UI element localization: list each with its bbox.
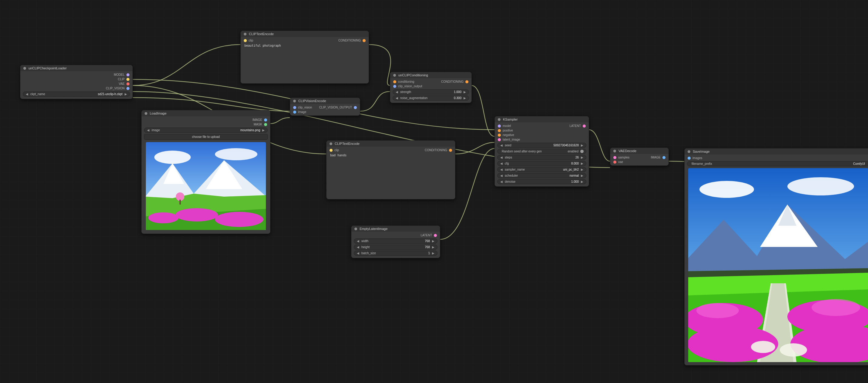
collapse-icon[interactable] — [330, 142, 332, 145]
prev-icon[interactable]: ◀ — [147, 128, 150, 132]
output-clip[interactable]: CLIP — [118, 77, 129, 81]
node-clip-text-encode-positive[interactable]: CLIPTextEncode clip CONDITIONING beautif… — [241, 31, 369, 84]
prev-icon[interactable]: ◀ — [356, 240, 360, 243]
next-icon[interactable]: ▶ — [432, 240, 435, 243]
scheduler-control[interactable]: ◀ scheduler normal ▶ — [497, 173, 586, 178]
node-titlebar[interactable]: CLIPVisionEncode — [290, 98, 360, 104]
ckpt-name-selector[interactable]: ◀ ckpt_name sd21-unclip-h.ckpt ▶ — [23, 92, 130, 97]
collapse-icon[interactable] — [354, 228, 357, 230]
node-unclip-conditioning[interactable]: unCLIPConditioning conditioning CONDITIO… — [390, 72, 472, 103]
strength-control[interactable]: ◀ strength 1.000 ▶ — [393, 89, 469, 95]
next-icon[interactable]: ▶ — [581, 156, 584, 159]
node-titlebar[interactable]: unCLIPConditioning — [390, 72, 471, 78]
prev-icon[interactable]: ◀ — [356, 252, 360, 255]
output-clip-vision-output[interactable]: CLIP_VISION_OUTPUT — [319, 106, 357, 109]
output-conditioning[interactable]: CONDITIONING — [338, 39, 366, 42]
node-clip-text-encode-negative[interactable]: CLIPTextEncode clip CONDITIONING bad han… — [326, 140, 455, 199]
prev-icon[interactable]: ◀ — [500, 180, 503, 183]
output-image[interactable]: IMAGE — [252, 118, 267, 122]
output-conditioning[interactable]: CONDITIONING — [425, 149, 452, 152]
prev-icon[interactable]: ◀ — [500, 143, 503, 147]
node-titlebar[interactable]: KSampler — [495, 116, 589, 122]
denoise-control[interactable]: ◀ denoise 1.000 ▶ — [497, 179, 586, 184]
node-save-image[interactable]: SaveImage images filename_prefix ComfyUI — [684, 148, 868, 365]
collapse-icon[interactable] — [613, 150, 616, 152]
output-image[interactable]: IMAGE — [651, 156, 665, 159]
input-conditioning[interactable]: conditioning — [393, 80, 414, 83]
width-control[interactable]: ◀ width 768 ▶ — [354, 238, 437, 244]
steps-control[interactable]: ◀ steps 26 ▶ — [497, 155, 586, 160]
output-latent[interactable]: LATENT — [421, 234, 437, 237]
output-vae[interactable]: VAE — [119, 82, 129, 86]
output-model[interactable]: MODEL — [114, 73, 129, 76]
prev-icon[interactable]: ◀ — [26, 92, 29, 96]
input-negative[interactable]: negative — [498, 133, 514, 137]
node-titlebar[interactable]: CLIPTextEncode — [241, 31, 369, 37]
node-vae-decode[interactable]: VAEDecode samples IMAGE vae — [610, 148, 669, 166]
input-images[interactable]: images — [688, 156, 702, 160]
next-icon[interactable]: ▶ — [463, 90, 466, 94]
collapse-icon[interactable] — [244, 33, 247, 35]
next-icon[interactable]: ▶ — [463, 96, 466, 100]
next-icon[interactable]: ▶ — [581, 162, 584, 165]
prev-icon[interactable]: ◀ — [356, 246, 360, 249]
node-titlebar[interactable]: unCLIPCheckpointLoader — [20, 65, 132, 71]
input-model[interactable]: model — [498, 124, 511, 128]
collapse-icon[interactable] — [393, 74, 396, 77]
next-icon[interactable]: ▶ — [581, 168, 584, 171]
input-latent-image[interactable]: latent_image — [498, 138, 520, 141]
node-clip-vision-encode[interactable]: CLIPVisionEncode clip_vision CLIP_VISION… — [290, 98, 360, 116]
input-clip[interactable]: clip — [330, 149, 339, 152]
next-icon[interactable]: ▶ — [124, 92, 127, 96]
node-ksampler[interactable]: KSampler model LATENT positive negative … — [495, 116, 589, 187]
output-conditioning[interactable]: CONDITIONING — [441, 80, 468, 83]
height-control[interactable]: ◀ height 768 ▶ — [354, 245, 437, 250]
node-titlebar[interactable]: VAEDecode — [610, 148, 669, 154]
next-icon[interactable]: ▶ — [581, 180, 584, 183]
node-titlebar[interactable]: EmptyLatentImage — [351, 226, 440, 232]
input-positive[interactable]: positive — [498, 129, 513, 132]
input-image[interactable]: image — [293, 110, 306, 114]
collapse-icon[interactable] — [688, 150, 690, 153]
input-clip-vision[interactable]: clip_vision — [293, 106, 312, 109]
image-selector[interactable]: ◀ image mountains.png ▶ — [144, 128, 268, 133]
prev-icon[interactable]: ◀ — [500, 168, 503, 171]
batch-size-control[interactable]: ◀ batch_size 1 ▶ — [354, 251, 437, 256]
output-mask[interactable]: MASK — [254, 123, 267, 126]
input-samples[interactable]: samples — [613, 156, 629, 159]
node-unclip-checkpoint-loader[interactable]: unCLIPCheckpointLoader MODEL CLIP VAE CL… — [20, 65, 133, 99]
next-icon[interactable]: ▶ — [432, 246, 435, 249]
node-titlebar[interactable]: CLIPTextEncode — [327, 140, 455, 147]
upload-button[interactable]: choose file to upload — [144, 134, 268, 140]
node-empty-latent-image[interactable]: EmptyLatentImage LATENT ◀ width 768 ▶ ◀ … — [351, 225, 440, 258]
prompt-text[interactable]: beautiful photograph — [243, 43, 367, 82]
prev-icon[interactable]: ◀ — [500, 174, 503, 177]
input-clip-vision-output[interactable]: clip_vision_output — [393, 85, 422, 88]
prev-icon[interactable]: ◀ — [500, 162, 503, 165]
output-latent[interactable]: LATENT — [569, 124, 586, 128]
random-seed-toggle[interactable]: Random seed after every gen enabled — [497, 149, 586, 154]
collapse-icon[interactable] — [23, 67, 26, 70]
collapse-icon[interactable] — [498, 118, 500, 121]
next-icon[interactable]: ▶ — [262, 128, 265, 132]
prev-icon[interactable]: ◀ — [500, 156, 503, 159]
prev-icon[interactable]: ◀ — [395, 90, 398, 94]
prompt-text[interactable]: bad hands — [328, 152, 453, 198]
input-vae[interactable]: vae — [613, 160, 623, 164]
node-titlebar[interactable]: LoadImage — [142, 110, 270, 116]
collapse-icon[interactable] — [293, 100, 296, 102]
cfg-control[interactable]: ◀ cfg 8.000 ▶ — [497, 161, 586, 166]
collapse-icon[interactable] — [145, 112, 147, 115]
next-icon[interactable]: ▶ — [432, 252, 435, 255]
prev-icon[interactable]: ◀ — [395, 96, 398, 100]
filename-prefix-control[interactable]: filename_prefix ComfyUI — [687, 161, 868, 166]
sampler-name-control[interactable]: ◀ sampler_name uni_pc_bh2 ▶ — [497, 167, 586, 172]
input-clip[interactable]: clip — [244, 39, 253, 42]
noise-augmentation-control[interactable]: ◀ noise_augmentation 0.300 ▶ — [393, 95, 469, 101]
seed-control[interactable]: ◀ seed 509273045161628 ▶ — [497, 143, 586, 148]
node-load-image[interactable]: LoadImage IMAGE MASK ◀ image mountains.p… — [141, 110, 271, 234]
output-clip-vision[interactable]: CLIP_VISION — [106, 87, 129, 90]
next-icon[interactable]: ▶ — [581, 143, 584, 147]
next-icon[interactable]: ▶ — [581, 174, 584, 177]
node-titlebar[interactable]: SaveImage — [685, 149, 868, 155]
